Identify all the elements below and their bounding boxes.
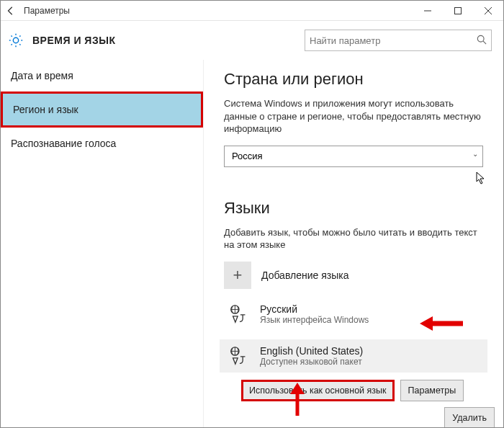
language-name: Русский — [260, 303, 369, 315]
sidebar-item-speech[interactable]: Распознавание голоса — [1, 128, 203, 159]
language-name: English (United States) — [260, 345, 363, 357]
language-buttons: Использовать как основной язык Параметры — [241, 380, 503, 401]
languages-heading: Языки — [224, 199, 487, 218]
language-sub: Язык интерфейса Windows — [260, 315, 369, 325]
language-icon — [228, 345, 250, 367]
sidebar-item-region-language[interactable]: Регион и язык — [1, 92, 203, 128]
body: Дата и время Регион и язык Распознавание… — [1, 60, 503, 428]
search-icon — [477, 35, 487, 47]
region-heading: Страна или регион — [224, 70, 487, 89]
language-item-russian[interactable]: Русский Язык интерфейса Windows — [224, 298, 487, 331]
language-options-button[interactable]: Параметры — [400, 380, 464, 401]
maximize-button[interactable] — [443, 1, 473, 21]
back-button[interactable] — [1, 6, 21, 16]
sidebar: Дата и время Регион и язык Распознавание… — [1, 60, 204, 428]
add-language-row[interactable]: + Добавление языка — [224, 262, 487, 289]
language-icon — [228, 303, 250, 325]
page-heading: ВРЕМЯ И ЯЗЫК — [32, 35, 305, 46]
svg-point-1 — [477, 35, 484, 42]
search-box[interactable] — [305, 30, 492, 51]
sidebar-item-label: Регион и язык — [13, 104, 78, 115]
languages-desc: Добавить язык, чтобы можно было читать и… — [224, 226, 487, 251]
svg-rect-0 — [455, 7, 462, 14]
sidebar-item-label: Дата и время — [11, 70, 73, 81]
window-title: Параметры — [21, 6, 413, 16]
country-dropdown[interactable]: Россия ⌄ — [224, 146, 483, 167]
minimize-button[interactable] — [413, 1, 443, 21]
chevron-down-icon: ⌄ — [472, 150, 478, 158]
gear-icon — [8, 32, 24, 48]
add-language-label: Добавление языка — [261, 269, 349, 281]
close-button[interactable] — [473, 1, 503, 21]
header: ВРЕМЯ И ЯЗЫК — [1, 21, 503, 60]
country-value: Россия — [232, 151, 263, 161]
titlebar: Параметры — [1, 1, 503, 21]
arrow-left-icon — [6, 6, 16, 16]
language-sub: Доступен языковой пакет — [260, 357, 363, 367]
search-input[interactable] — [310, 35, 477, 46]
close-icon — [485, 7, 492, 14]
remove-language-button[interactable]: Удалить — [444, 407, 495, 428]
language-item-english[interactable]: English (United States) Доступен языково… — [220, 339, 487, 373]
plus-icon: + — [224, 262, 251, 289]
sidebar-item-label: Распознавание голоса — [11, 138, 116, 149]
content: Страна или регион Система Windows и прил… — [204, 60, 503, 428]
set-default-button[interactable]: Использовать как основной язык — [241, 380, 395, 401]
sidebar-item-date-time[interactable]: Дата и время — [1, 60, 203, 92]
language-buttons-2: Удалить — [241, 407, 495, 428]
maximize-icon — [454, 7, 462, 14]
cursor-icon — [476, 171, 486, 187]
region-desc: Система Windows и приложения могут испол… — [224, 97, 487, 135]
minimize-icon — [424, 7, 431, 14]
